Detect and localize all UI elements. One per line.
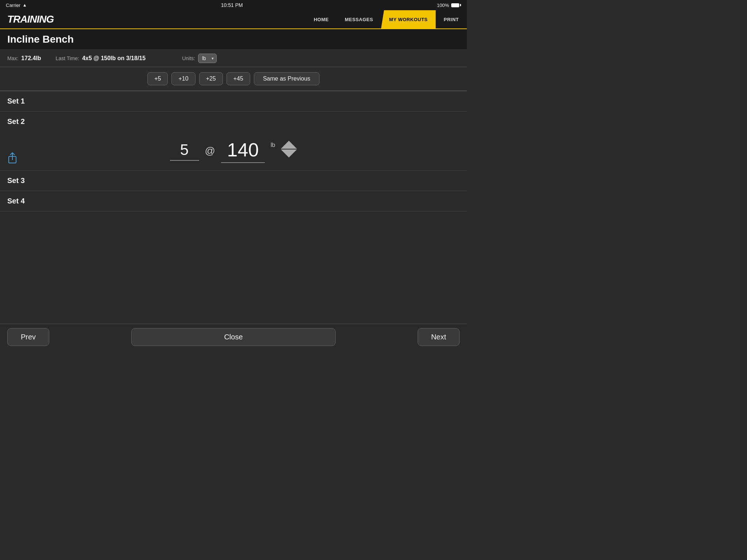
tab-my-workouts[interactable]: MY WORKOUTS [381, 10, 436, 28]
max-value: 172.4lb [21, 55, 41, 62]
next-button[interactable]: Next [418, 328, 460, 346]
set2-row[interactable]: Set 2 [0, 112, 467, 132]
weight-stepper[interactable] [281, 141, 297, 161]
units-section: Units: lb kg [182, 54, 217, 63]
tab-home[interactable]: HOME [306, 10, 337, 28]
app-header: TRAINING HOME MESSAGES MY WORKOUTS PRINT [0, 10, 467, 29]
brand-area: TRAINING [0, 10, 61, 28]
set2-input-group: @ lb [170, 139, 297, 163]
set2-expanded: @ lb [0, 132, 467, 171]
set2-reps-input[interactable] [170, 141, 199, 161]
set4-row[interactable]: Set 4 [0, 191, 467, 211]
close-button[interactable]: Close [131, 328, 336, 346]
exercise-info: Max: 172.4lb Last Time: 4x5 @ 150lb on 3… [0, 50, 467, 67]
stepper-up-icon[interactable] [281, 141, 297, 149]
brand-title: TRAINING [7, 13, 54, 25]
battery-percent: 100% [437, 3, 449, 8]
set1-row[interactable]: Set 1 [0, 91, 467, 112]
max-info: Max: 172.4lb [7, 55, 41, 62]
wifi-icon: ▲ [23, 3, 27, 8]
share-icon[interactable] [7, 152, 18, 165]
quick-buttons-row: +5 +10 +25 +45 Same as Previous [0, 67, 467, 91]
last-time-label: Last Time: [56, 55, 80, 61]
last-time-value: 4x5 @ 150lb on 3/18/15 [82, 55, 146, 62]
stepper-down-icon[interactable] [281, 149, 297, 158]
set2-label: Set 2 [7, 117, 25, 125]
nav-tabs: HOME MESSAGES MY WORKOUTS PRINT [306, 10, 467, 28]
tab-messages[interactable]: MESSAGES [337, 10, 381, 28]
set2-weight-input[interactable] [221, 139, 265, 163]
units-wrapper[interactable]: lb kg [198, 54, 217, 63]
at-symbol: @ [205, 145, 215, 157]
content-area [0, 211, 467, 321]
status-left: Carrier ▲ [6, 3, 27, 8]
plus10-button[interactable]: +10 [171, 72, 195, 85]
carrier-label: Carrier [6, 3, 20, 8]
same-as-previous-button[interactable]: Same as Previous [254, 72, 320, 85]
tab-print[interactable]: PRINT [436, 10, 467, 28]
page-title: Incline Bench [7, 34, 460, 45]
battery-icon [451, 3, 461, 7]
status-right: 100% [437, 3, 461, 8]
plus45-button[interactable]: +45 [227, 72, 250, 85]
units-select[interactable]: lb kg [198, 54, 217, 63]
plus5-button[interactable]: +5 [147, 72, 168, 85]
max-label: Max: [7, 55, 18, 61]
last-time-info: Last Time: 4x5 @ 150lb on 3/18/15 [56, 55, 146, 62]
bottom-nav: Prev Close Next [0, 324, 467, 350]
set3-label: Set 3 [7, 176, 25, 184]
set3-row[interactable]: Set 3 [0, 171, 467, 191]
status-bar: Carrier ▲ 10:51 PM 100% [0, 0, 467, 10]
set1-label: Set 1 [7, 97, 25, 105]
weight-unit-label: lb [271, 142, 275, 148]
status-time: 10:51 PM [221, 2, 243, 8]
units-label: Units: [182, 55, 195, 61]
prev-button[interactable]: Prev [7, 328, 49, 346]
set4-label: Set 4 [7, 197, 25, 205]
plus25-button[interactable]: +25 [199, 72, 223, 85]
page-title-bar: Incline Bench [0, 29, 467, 50]
